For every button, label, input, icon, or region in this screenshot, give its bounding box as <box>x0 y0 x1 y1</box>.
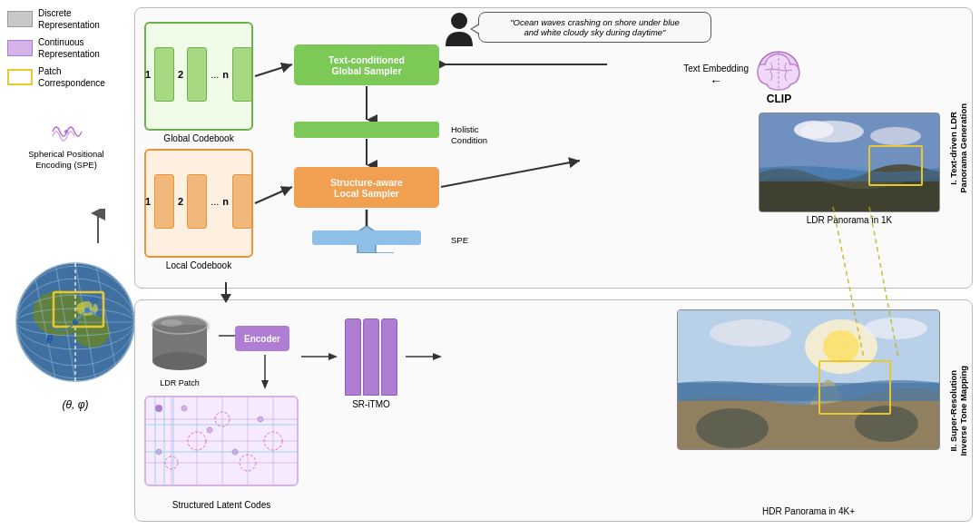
ldr-patch-label: LDR Patch <box>144 378 215 387</box>
yellow-patch-ldr <box>868 145 923 186</box>
globe-area: φ θ (θ, φ) <box>7 245 143 445</box>
local-codebook: 1 2 ... n Local Codebook <box>144 149 253 258</box>
col-2-global: 2 <box>178 69 183 80</box>
sritmo-area: SR-iTMO <box>339 318 403 409</box>
col-1-global: 1 <box>145 69 151 80</box>
svg-point-83 <box>710 319 791 347</box>
holistic-bar <box>294 122 439 138</box>
sritmo-label: SR-iTMO <box>339 399 403 409</box>
latent-codes-box <box>144 396 299 486</box>
holistic-label: Holistic Condition <box>451 124 487 147</box>
clip-label: CLIP <box>754 93 804 105</box>
ellipsis-global: ... <box>211 69 219 80</box>
bubble-tail-fill <box>472 24 480 34</box>
theta-phi-label: (θ, φ) <box>63 398 89 411</box>
latent-codes-label: Structured Latent Codes <box>144 500 299 510</box>
connector-arrow-svg <box>217 282 235 304</box>
spe-arrow-area <box>294 226 439 255</box>
svg-point-39 <box>794 121 834 139</box>
svg-line-24 <box>255 64 292 76</box>
hdr-panorama <box>677 309 940 450</box>
discrete-box <box>7 11 33 27</box>
svg-marker-88 <box>220 294 231 303</box>
svg-marker-78 <box>433 353 442 360</box>
col-2-visual <box>187 47 207 102</box>
text-embedding-area: Text Embedding ← CLIP <box>683 44 804 105</box>
text-cond-sampler: Text-conditioned Global Sampler <box>294 44 439 85</box>
svg-line-28 <box>441 161 580 187</box>
spe-label-inline: SPE <box>451 235 468 245</box>
col-1-visual <box>154 47 174 102</box>
yellow-patch-hdr <box>818 360 891 415</box>
col-2-local: 2 <box>178 196 183 207</box>
bottom-section: II. Super-ResolutionInverse Tone Mapping <box>134 299 973 522</box>
speech-bubble: "Ocean waves crashing on shore under blu… <box>478 12 711 43</box>
sritmo-col-3 <box>381 318 397 396</box>
svg-marker-76 <box>328 353 338 360</box>
col-n-local-visual <box>232 174 252 229</box>
speech-text: "Ocean waves crashing on shore under blu… <box>510 17 680 37</box>
encoder-label: Encoder <box>244 334 280 344</box>
discrete-label: Discrete Representation <box>38 7 100 31</box>
svg-point-43 <box>152 352 207 370</box>
svg-point-60 <box>181 406 187 411</box>
brain-icon <box>754 44 804 94</box>
spe-up-arrow <box>89 209 107 247</box>
svg-point-85 <box>696 408 769 448</box>
svg-text:θ: θ <box>46 332 53 346</box>
svg-point-45 <box>161 319 182 327</box>
globe-svg: φ θ <box>10 245 142 395</box>
codebook-columns-global: 1 2 ... n <box>145 47 252 102</box>
col-n-global: n <box>222 69 229 80</box>
section-ii-text: II. Super-ResolutionInverse Tone Mapping <box>948 366 969 456</box>
ldr-patch-area: LDR Patch <box>144 311 215 387</box>
section-ii-area: II. Super-ResolutionInverse Tone Mapping <box>946 300 970 521</box>
svg-line-25 <box>255 187 292 203</box>
svg-point-84 <box>864 318 927 339</box>
codebook-columns-local: 1 2 ... n <box>145 174 252 229</box>
col-n-local: n <box>222 196 229 207</box>
svg-point-82 <box>823 330 859 363</box>
latent-to-sritmo-arrow <box>301 350 338 365</box>
svg-point-31 <box>451 13 467 29</box>
svg-rect-35 <box>312 230 421 245</box>
patch-label: Patch Correspondence <box>38 65 105 89</box>
main-container: Discrete Representation Continuous Repre… <box>0 0 980 529</box>
svg-point-61 <box>207 427 212 433</box>
svg-point-40 <box>870 127 921 145</box>
legend-discrete: Discrete Representation <box>7 7 125 31</box>
svg-point-59 <box>155 405 162 412</box>
ldr-panorama <box>759 113 940 212</box>
col-2-local-visual <box>187 174 207 229</box>
col-1-local: 1 <box>145 196 151 207</box>
latent-codes-svg <box>146 397 297 485</box>
text-embedding-label-wrap: Text Embedding ← <box>683 63 749 88</box>
spe-full-label: Spherical PositionalEncoding (SPE) <box>7 149 125 171</box>
legend: Discrete Representation Continuous Repre… <box>7 7 125 94</box>
svg-marker-49 <box>261 380 269 389</box>
global-codebook-label: Global Codebook <box>163 133 233 143</box>
section-i-label: I. Text-driven LDRPanorama Generation <box>946 8 970 288</box>
hdr-panorama-label: HDR Panorama in 4K+ <box>677 506 940 516</box>
hdr-panorama-svg <box>678 310 940 450</box>
left-arrow-text: ← <box>710 73 722 88</box>
encoder-box: Encoder <box>235 326 289 351</box>
svg-text:φ: φ <box>90 294 98 307</box>
svg-point-0 <box>64 130 68 133</box>
legend-continuous: Continuous Representation <box>7 36 125 60</box>
text-embedding-label: Text Embedding <box>683 64 749 73</box>
sritmo-hdr-arrow-svg <box>406 350 442 363</box>
sritmo-to-hdr-arrow <box>406 350 442 365</box>
sritmo-columns <box>339 318 403 396</box>
ldr-patch-svg <box>144 311 215 375</box>
section-connector-arrow <box>217 282 235 306</box>
patch-box-legend <box>7 69 33 85</box>
sritmo-col-2 <box>363 318 379 396</box>
svg-point-64 <box>258 416 263 422</box>
spe-arrow-svg <box>294 226 439 253</box>
sritmo-col-1 <box>345 318 361 396</box>
clip-area: CLIP <box>754 44 804 105</box>
spe-wave-icon <box>51 118 83 145</box>
continuous-label: Continuous Representation <box>38 36 100 60</box>
encoder-down-arrow <box>259 355 271 393</box>
